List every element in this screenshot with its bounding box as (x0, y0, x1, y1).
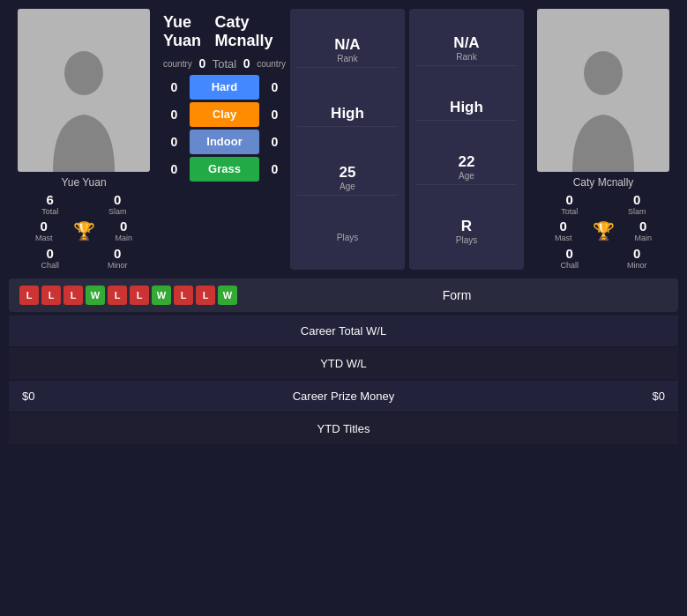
form-section: LLLWLLWLLW Form (9, 278, 678, 312)
right-minor-label: Minor (605, 261, 670, 270)
left-mast-value: 0 (18, 219, 71, 234)
right-minor-value: 0 (605, 246, 670, 261)
left-total-score: 0 (198, 56, 205, 71)
country-total-row: country 0 Total 0 country (163, 56, 286, 71)
right-avatar (537, 9, 669, 172)
right-chall-value: 0 (537, 246, 602, 261)
left-panel-inner: N/A Rank High 25 Age Plays (290, 9, 405, 270)
left-total-value: 6 (18, 192, 83, 207)
hard-right-score: 0 (264, 80, 286, 94)
surface-row-clay: 0 Clay 0 (163, 102, 286, 127)
left-player-name: Yue Yuan (61, 176, 106, 189)
left-minor-label: Minor (86, 261, 151, 270)
right-total-score: 0 (243, 56, 250, 71)
right-mast-value: 0 (537, 219, 590, 234)
left-slam-value: 0 (86, 192, 151, 207)
right-main-value: 0 (617, 219, 670, 234)
hard-left-score: 0 (163, 80, 185, 94)
left-player-inner: Yue Yuan 6 Total 0 Slam 0 Mast (9, 9, 159, 270)
stats-left-val-2: $0 (22, 390, 93, 403)
right-player-inner: Caty Mcnally 0 Total 0 Slam 0 Mast (528, 9, 678, 270)
surfaces-container: 0 Hard 0 0 Clay 0 0 Indoor 0 0 Grass (163, 75, 286, 182)
form-badge-w: W (218, 286, 237, 305)
left-chall-value: 0 (18, 246, 83, 261)
surface-row-indoor: 0 Indoor 0 (163, 130, 286, 154)
grass-left-score: 0 (163, 162, 185, 176)
left-age-label: Age (297, 182, 398, 191)
bottom-stats-container: Career Total W/LYTD W/L$0Career Prize Mo… (9, 315, 678, 444)
right-age-value: 22 (416, 153, 517, 171)
left-avatar (18, 9, 150, 172)
left-minor-value: 0 (86, 246, 151, 261)
form-badge-w: W (86, 286, 105, 305)
right-total-label: Total (537, 207, 602, 216)
left-trophy-row: 0 Mast 🏆 0 Main (18, 219, 150, 242)
stats-row-label-2: Career Prize Money (93, 390, 594, 403)
right-total-stat: 0 Total (537, 192, 602, 216)
right-country: country (257, 59, 286, 69)
stats-row-0: Career Total W/L (9, 315, 678, 346)
left-chall-label: Chall (18, 261, 83, 270)
right-rank-stat: N/A Rank (416, 31, 517, 66)
form-badge-l: L (196, 286, 215, 305)
form-badge-l: L (41, 286, 61, 305)
stats-row-label-1: YTD W/L (93, 357, 594, 370)
form-badge-l: L (174, 286, 193, 305)
left-minor-stat: 0 Minor (86, 246, 151, 270)
stats-row-3: YTD Titles (9, 413, 678, 444)
clay-button: Clay (190, 102, 259, 127)
right-stats-panel: N/A Rank High 22 Age R Plays (409, 9, 524, 270)
indoor-right-score: 0 (264, 135, 286, 149)
left-total-label: Total (18, 207, 83, 216)
form-badge-l: L (63, 286, 83, 305)
stats-row-2: $0Career Prize Money$0 (9, 381, 678, 412)
comparison-section: Yue Yuan 6 Total 0 Slam 0 Mast (9, 9, 678, 270)
right-minor-stat: 0 Minor (605, 246, 670, 270)
right-plays-label: Plays (416, 235, 517, 245)
left-age-stat: 25 Age (297, 160, 398, 196)
stats-row-label-3: YTD Titles (93, 422, 594, 435)
left-mast-label: Mast (18, 234, 71, 242)
right-chall-stat: 0 Chall (537, 246, 602, 270)
left-age-value: 25 (297, 164, 398, 182)
left-country: country (163, 59, 192, 69)
left-player-card: Yue Yuan 6 Total 0 Slam 0 Mast (9, 9, 159, 270)
svg-point-0 (64, 51, 103, 95)
right-age-label: Age (416, 171, 517, 181)
indoor-left-score: 0 (163, 135, 185, 149)
right-slam-value: 0 (605, 192, 670, 207)
right-plays-value: R (416, 218, 517, 235)
right-trophy-icon: 🏆 (593, 220, 615, 241)
left-rank-value: N/A (297, 36, 398, 54)
left-slam-stat: 0 Slam (86, 192, 151, 216)
clay-right-score: 0 (264, 108, 286, 122)
form-label: Form (443, 288, 472, 302)
stats-row-label-0: Career Total W/L (93, 324, 594, 338)
svg-point-1 (584, 51, 623, 95)
left-high-stat: High (297, 101, 398, 127)
left-main-name: Yue Yuan (163, 13, 214, 50)
form-badges: LLLWLLWLLW (19, 286, 237, 305)
grass-button: Grass (190, 157, 259, 182)
right-rank-value: N/A (416, 34, 517, 52)
form-badge-w: W (152, 286, 171, 305)
stats-row-1: YTD W/L (9, 348, 678, 379)
grass-right-score: 0 (264, 162, 286, 176)
right-player-name: Caty Mcnally (573, 176, 634, 189)
left-main-value: 0 (98, 219, 151, 234)
right-bottom-stats: 0 Chall 0 Minor (537, 246, 669, 270)
right-stats-grid: 0 Total 0 Slam (537, 192, 669, 216)
right-player-card: Caty Mcnally 0 Total 0 Slam 0 Mast (528, 9, 678, 270)
form-badge-l: L (19, 286, 39, 305)
right-total-value: 0 (537, 192, 602, 207)
right-slam-label: Slam (605, 207, 670, 216)
left-main-stat: 0 Main (98, 219, 151, 242)
left-slam-label: Slam (86, 207, 151, 216)
right-rank-label: Rank (416, 52, 517, 62)
left-rank-stat: N/A Rank (297, 33, 398, 68)
left-total-stat: 6 Total (18, 192, 83, 216)
indoor-button: Indoor (190, 130, 259, 154)
hard-button: Hard (190, 75, 259, 100)
right-plays-stat: R Plays (416, 214, 517, 249)
surface-row-grass: 0 Grass 0 (163, 157, 286, 182)
